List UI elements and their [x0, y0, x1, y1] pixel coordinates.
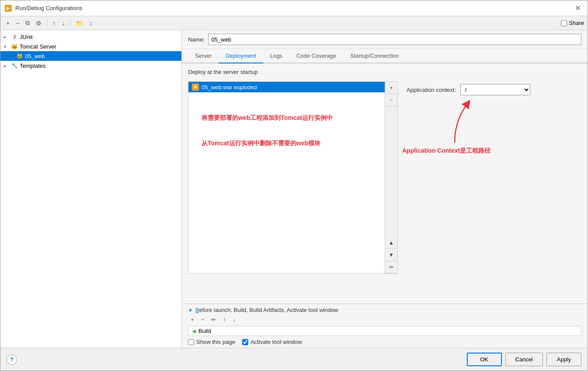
add-config-button[interactable]: +: [4, 18, 12, 28]
bl-down-button[interactable]: ↓: [230, 315, 239, 324]
war-icon: ⚙: [192, 84, 199, 91]
collapse-arrow-junit: [4, 35, 9, 39]
apply-button[interactable]: Apply: [546, 353, 581, 366]
dialog-icon: ▶: [5, 5, 12, 12]
junit-icon: J: [11, 33, 18, 40]
right-panel: Name: Server Deployment Logs Code Covera…: [182, 30, 588, 348]
sidebar-item-junit[interactable]: J JUnit: [0, 32, 181, 42]
tab-server[interactable]: Server: [188, 49, 219, 63]
dialog-title: Run/Debug Configurations: [15, 5, 82, 11]
app-context-select[interactable]: / /05_web: [460, 84, 530, 95]
deploy-list: ⚙ 05_web:war exploded 将需要部署的web工程添加到Tomc…: [188, 82, 385, 273]
main-content: J JUnit 🐱 Tomcat Server 🐱 05_web 🔧 Templ…: [0, 30, 588, 348]
bl-item-build: ◀ Build: [188, 326, 581, 336]
tab-startup[interactable]: Startup/Connection: [343, 49, 406, 63]
activate-window-label: Activate tool window: [251, 339, 302, 345]
annotation-2: 从Tomcat运行实例中删除不需要的web模块: [202, 140, 380, 147]
run-debug-dialog: ▶ Run/Debug Configurations ✕ + − ⧉ ⚙ ↑ ↓…: [0, 0, 588, 371]
panel-content: Deploy at the server startup ⚙ 05_web:wa…: [182, 63, 588, 304]
footer-buttons: OK Cancel Apply: [467, 353, 581, 366]
before-launch-section: ▼ Before launch: Build, Build Artifacts,…: [182, 304, 588, 337]
bl-edit-button[interactable]: ✏: [209, 315, 219, 324]
before-launch-underline-text: B: [195, 307, 199, 313]
name-bar: Name:: [182, 30, 588, 49]
sort-button[interactable]: ↕: [87, 18, 94, 28]
annotation-1: 将需要部署的web工程添加到Tomcat运行实例中: [202, 114, 380, 122]
before-launch-header: ▼ Before launch: Build, Build Artifacts,…: [188, 307, 581, 313]
title-bar: ▶ Run/Debug Configurations ✕: [0, 0, 588, 16]
toolbar-separator-2: [70, 19, 70, 27]
wrench-icon: 🔧: [11, 62, 18, 69]
bl-remove-button[interactable]: −: [198, 315, 207, 324]
bl-item-arrow-icon: ◀: [192, 328, 196, 334]
add-deploy-button[interactable]: +: [385, 82, 397, 94]
sidebar-item-tomcat[interactable]: 🐱 Tomcat Server: [0, 42, 181, 51]
app-context-area: Application context: / /05_web: [398, 81, 581, 274]
collapse-arrow-tomcat: [4, 44, 9, 49]
deploy-at-startup-label: Deploy at the server startup: [188, 69, 581, 75]
before-launch-collapse[interactable]: ▼: [188, 308, 193, 313]
settings-button[interactable]: ⚙: [34, 18, 44, 28]
05web-label: 05_web: [25, 53, 45, 60]
activate-window-option: Activate tool window: [242, 339, 302, 345]
before-launch-toolbar: + − ✏ ↑ ↓: [188, 315, 581, 324]
sidebar: J JUnit 🐱 Tomcat Server 🐱 05_web 🔧 Templ…: [0, 30, 182, 348]
before-launch-rest: efore launch: Build, Build Artifacts, Ac…: [199, 307, 338, 313]
tab-logs[interactable]: Logs: [263, 49, 289, 63]
bottom-options: Show this page Activate tool window: [182, 337, 588, 348]
deploy-item-label: 05_web:war exploded: [202, 84, 257, 91]
activate-window-checkbox[interactable]: [242, 339, 248, 345]
cancel-button[interactable]: Cancel: [505, 353, 543, 366]
share-area: Share: [561, 20, 584, 26]
arrow-to-context: [433, 94, 477, 147]
title-bar-left: ▶ Run/Debug Configurations: [5, 5, 82, 12]
sidebar-item-05web[interactable]: 🐱 05_web: [0, 51, 181, 61]
edit-deploy-button[interactable]: ✏: [385, 261, 397, 273]
deploy-list-item[interactable]: ⚙ 05_web:war exploded: [188, 82, 385, 92]
copy-config-button[interactable]: ⧉: [23, 18, 32, 28]
toolbar-separator: [47, 19, 47, 27]
show-page-checkbox[interactable]: [188, 339, 194, 345]
tomcat-label: Tomcat Server: [20, 43, 56, 50]
dialog-footer: ? OK Cancel Apply: [0, 348, 588, 371]
templates-label: Templates: [20, 63, 45, 69]
tabs-bar: Server Deployment Logs Code Coverage Sta…: [182, 49, 588, 63]
bl-up-button[interactable]: ↑: [220, 315, 229, 324]
close-button[interactable]: ✕: [572, 3, 583, 13]
collapse-arrow-templates: [4, 63, 9, 68]
bl-item-label: Build: [198, 328, 211, 334]
app-context-row: Application context: / /05_web: [407, 84, 573, 95]
toolbar: + − ⧉ ⚙ ↑ ↓ 📁 ↕ Share: [0, 16, 588, 30]
annotation-3: Application Context是工程路径: [402, 147, 491, 155]
name-input[interactable]: [208, 34, 581, 45]
bl-add-button[interactable]: +: [188, 315, 197, 324]
before-launch-label: Before launch: Build, Build Artifacts, A…: [195, 307, 338, 313]
app-context-label: Application context:: [407, 87, 456, 93]
name-label: Name:: [188, 36, 205, 43]
junit-label: JUnit: [20, 34, 33, 40]
help-button[interactable]: ?: [7, 354, 17, 365]
show-page-label: Show this page: [196, 339, 235, 345]
tomcat-icon: 🐱: [11, 43, 18, 50]
remove-deploy-button[interactable]: −: [385, 94, 397, 106]
share-label: Share: [569, 20, 584, 26]
scroll-up-button[interactable]: ▲: [385, 237, 397, 249]
show-page-option: Show this page: [188, 339, 235, 345]
tab-deployment[interactable]: Deployment: [219, 49, 263, 63]
remove-config-button[interactable]: −: [14, 18, 21, 28]
scroll-down-button[interactable]: ▼: [385, 249, 397, 261]
folder-button[interactable]: 📁: [73, 18, 85, 28]
ok-button[interactable]: OK: [467, 353, 502, 366]
move-down-button[interactable]: ↓: [59, 18, 67, 28]
web-icon: 🐱: [16, 52, 23, 60]
sidebar-item-templates[interactable]: 🔧 Templates: [0, 61, 181, 70]
side-buttons: + − ▲ ▼ ✏: [385, 82, 397, 273]
share-checkbox[interactable]: [561, 20, 567, 26]
tab-code-coverage[interactable]: Code Coverage: [289, 49, 343, 63]
move-up-button[interactable]: ↑: [50, 18, 58, 28]
